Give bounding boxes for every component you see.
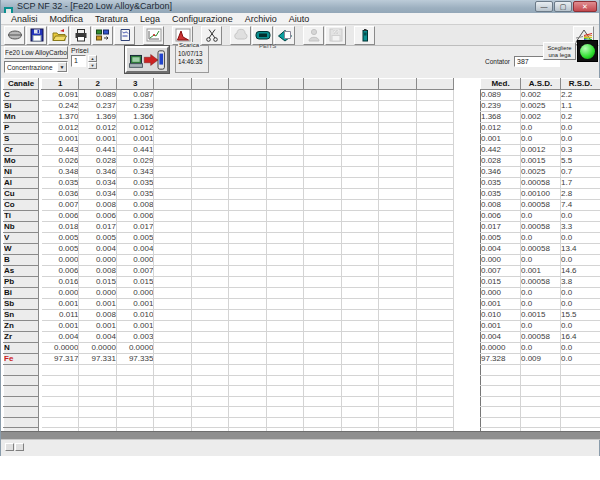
save-icon-button[interactable] <box>26 26 47 45</box>
stepper-down-icon[interactable]: ▼ <box>88 62 97 69</box>
cell-empty <box>304 354 341 365</box>
cell-bi-run1: 0.000 <box>42 288 79 299</box>
cell-ti-run2: 0.006 <box>79 211 116 222</box>
cell-empty <box>154 386 191 397</box>
cell-empty <box>229 386 266 397</box>
probe-count-stepper: ▲ ▼ <box>88 55 97 67</box>
column-header-empty <box>266 79 303 90</box>
cell-empty <box>154 343 191 354</box>
cell-empty <box>229 266 266 277</box>
instrument-icon-button[interactable] <box>252 26 273 45</box>
cell-pb-run2: 0.015 <box>79 277 116 288</box>
cell-empty <box>304 178 341 189</box>
cell-fe-rsd: 0.0 <box>561 354 600 365</box>
app-window: SCP NF 32 - [Fe20 Low Alloy&Carbon] — ▢ … <box>0 0 600 456</box>
element-label-v: V <box>4 233 39 244</box>
close-button[interactable]: ✕ <box>573 1 597 12</box>
choose-alloy-button[interactable]: Scegliere una lega <box>543 42 576 60</box>
chevron-down-icon[interactable]: ▼ <box>57 62 67 72</box>
menu-item-analisi[interactable]: Analisi <box>5 13 44 25</box>
cell-n-asd: 0.0 <box>521 343 561 354</box>
cell-empty <box>379 112 416 123</box>
cell-empty <box>341 189 378 200</box>
cell-empty <box>379 343 416 354</box>
cell-empty <box>416 255 453 266</box>
cell-fe-run3: 97.335 <box>116 354 153 365</box>
cell-ni-run2: 0.346 <box>79 167 116 178</box>
cell-empty <box>304 266 341 277</box>
cell-empty <box>379 386 416 397</box>
cell-n-run3: 0.0000 <box>116 343 153 354</box>
menu-item-lega[interactable]: Lega <box>134 13 166 25</box>
menu-item-aiuto[interactable]: Aiuto <box>283 13 316 25</box>
element-label-fe: Fe <box>4 354 39 365</box>
cell-empty <box>154 417 191 428</box>
specimen-icon-button[interactable] <box>4 26 25 45</box>
config-icon-button[interactable] <box>92 26 113 45</box>
cell-co-med: 0.008 <box>481 200 521 211</box>
menu-item-configurazione[interactable]: Configurazione <box>166 13 239 25</box>
cell-empty <box>229 255 266 266</box>
cell-empty <box>416 288 453 299</box>
alloy-book-icon-button[interactable] <box>274 26 295 45</box>
cell-empty <box>304 417 341 428</box>
report-icon-button[interactable] <box>114 26 135 45</box>
cell-empty <box>191 375 228 386</box>
cloud-icon-button <box>230 26 251 45</box>
element-label-empty <box>4 386 39 397</box>
minimize-button[interactable]: — <box>535 1 553 12</box>
cell-empty <box>416 233 453 244</box>
download-info-group: Scarica 10/07/13 14:46:35 <box>175 45 209 73</box>
cell-empty <box>341 134 378 145</box>
maximize-button[interactable]: ▢ <box>554 1 572 12</box>
cell-empty <box>304 396 341 407</box>
alloy-button[interactable]: Fe20 Low AlloyCarbon <box>4 46 68 59</box>
open-folder-icon <box>51 28 67 42</box>
cell-empty <box>416 244 453 255</box>
menu-item-modifica[interactable]: Modifica <box>44 13 90 25</box>
cell-sb-rsd: 0.0 <box>561 299 600 310</box>
mode-combobox[interactable]: Concentrazione ▼ <box>4 61 68 73</box>
cell-empty <box>266 266 303 277</box>
scroll-right-icon[interactable] <box>15 443 24 451</box>
menu-item-taratura[interactable]: Taratura <box>89 13 134 25</box>
stepper-up-icon[interactable]: ▲ <box>88 55 97 62</box>
cell-empty <box>341 332 378 343</box>
cell-sn-run2: 0.008 <box>79 310 116 321</box>
probe-count-input[interactable]: 1 <box>71 55 86 67</box>
download-from-instrument-button[interactable] <box>125 46 169 73</box>
cell-p-run1: 0.012 <box>42 123 79 134</box>
calibration-chart-icon-button[interactable] <box>143 26 164 45</box>
menu-item-archivio[interactable]: Archivio <box>239 13 283 25</box>
cell-empty <box>229 343 266 354</box>
cell-cr-run2: 0.441 <box>79 145 116 156</box>
cell-cr-asd: 0.0012 <box>521 145 561 156</box>
cell-b-med: 0.000 <box>481 255 521 266</box>
cell-p-run2: 0.012 <box>79 123 116 134</box>
cell-co-run2: 0.008 <box>79 200 116 211</box>
cell-ti-asd: 0.0 <box>521 211 561 222</box>
open-folder-icon-button[interactable] <box>48 26 69 45</box>
cell-empty <box>229 90 266 101</box>
cell-sb-run3: 0.001 <box>116 299 153 310</box>
scroll-left-icon[interactable] <box>5 443 14 451</box>
cell-empty <box>154 310 191 321</box>
cell-empty <box>481 386 521 397</box>
cell-empty <box>379 178 416 189</box>
battery-icon-button[interactable] <box>354 26 375 45</box>
cell-empty <box>341 244 378 255</box>
cell-al-run3: 0.035 <box>116 178 153 189</box>
cell-nb-run2: 0.017 <box>79 222 116 233</box>
cell-s-run3: 0.001 <box>116 134 153 145</box>
cell-empty <box>154 233 191 244</box>
cell-empty <box>154 299 191 310</box>
cell-empty <box>229 134 266 145</box>
print-icon-button[interactable] <box>70 26 91 45</box>
horizontal-scrollbar[interactable] <box>1 431 600 440</box>
cut-icon-button[interactable] <box>201 26 222 45</box>
controls-panel: Fe20 Low AlloyCarbon Prisei 1 ▲ ▼ Concen… <box>1 46 599 78</box>
cell-empty <box>416 222 453 233</box>
cell-as-rsd: 14.6 <box>561 266 600 277</box>
cell-empty <box>191 321 228 332</box>
cell-empty <box>154 167 191 178</box>
